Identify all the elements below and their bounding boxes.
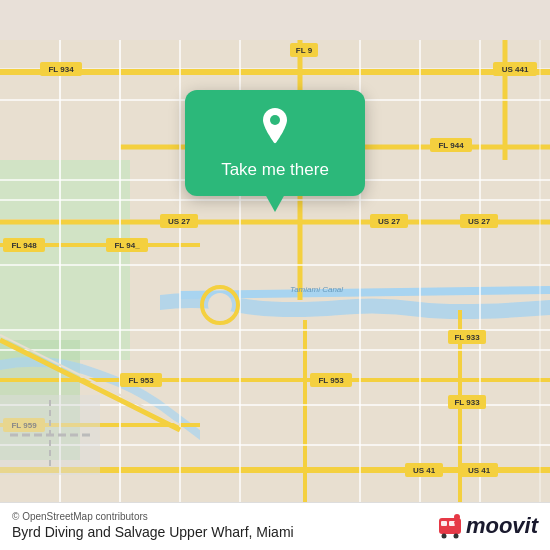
svg-text:US 441: US 441	[502, 65, 529, 74]
svg-text:US 41: US 41	[413, 466, 436, 475]
svg-point-82	[453, 533, 458, 538]
svg-text:FL 933: FL 933	[454, 333, 480, 342]
location-pin-icon	[259, 108, 291, 150]
svg-text:FL 9: FL 9	[296, 46, 313, 55]
svg-point-77	[270, 115, 280, 125]
bottom-bar-info: © OpenStreetMap contributors Byrd Diving…	[12, 511, 294, 540]
svg-point-36	[208, 293, 232, 317]
svg-text:FL 953: FL 953	[128, 376, 154, 385]
svg-text:US 41: US 41	[468, 466, 491, 475]
map-svg: FL 934 FL 9 US 441 FL 944 FL 944 FL 944 …	[0, 0, 550, 550]
bottom-bar: © OpenStreetMap contributors Byrd Diving…	[0, 502, 550, 550]
moovit-brand-text: moovit	[466, 513, 538, 539]
popup-label: Take me there	[221, 160, 329, 180]
moovit-brand-icon	[436, 512, 464, 540]
svg-rect-80	[449, 521, 455, 526]
svg-text:US 27: US 27	[168, 217, 191, 226]
svg-point-83	[454, 514, 460, 520]
svg-point-81	[441, 533, 446, 538]
map-attribution: © OpenStreetMap contributors	[12, 511, 294, 522]
svg-text:FL 933: FL 933	[454, 398, 480, 407]
svg-text:Tamiami Canal: Tamiami Canal	[290, 285, 343, 294]
svg-text:FL 948: FL 948	[11, 241, 37, 250]
svg-text:US 27: US 27	[378, 217, 401, 226]
svg-text:FL 934: FL 934	[48, 65, 74, 74]
location-name: Byrd Diving and Salvage Upper Wharf, Mia…	[12, 524, 294, 540]
map-container: FL 934 FL 9 US 441 FL 944 FL 944 FL 944 …	[0, 0, 550, 550]
svg-text:US 27: US 27	[468, 217, 491, 226]
svg-text:FL 94_: FL 94_	[114, 241, 140, 250]
svg-rect-79	[441, 521, 447, 526]
svg-text:FL 944: FL 944	[438, 141, 464, 150]
moovit-logo: moovit	[436, 512, 538, 540]
svg-text:FL 953: FL 953	[318, 376, 344, 385]
take-me-there-popup[interactable]: Take me there	[185, 90, 365, 196]
